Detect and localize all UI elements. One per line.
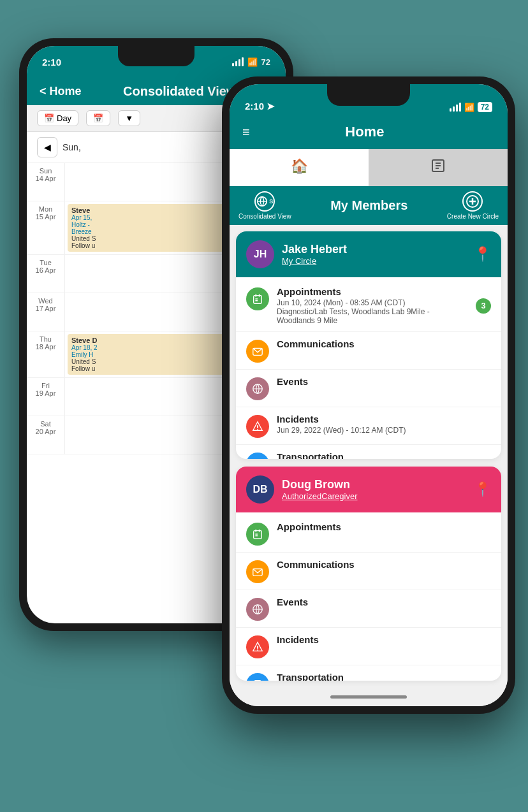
jake-role[interactable]: My Circle: [282, 256, 474, 266]
doug-transportation-item[interactable]: Transportation: [236, 665, 501, 681]
tab-home[interactable]: 🏠: [230, 149, 369, 186]
calendar-icon: 📅: [93, 113, 103, 123]
back-battery: 72: [261, 57, 270, 67]
jake-communications-item[interactable]: Communications: [236, 332, 501, 370]
doug-communications-title: Communications: [277, 559, 491, 570]
jake-events-title: Events: [277, 376, 491, 387]
back-status-right: 📶 72: [232, 57, 270, 67]
consolidated-view-label: Consolidated View: [238, 213, 291, 220]
doug-events-title: Events: [277, 597, 491, 607]
front-header-title: Home: [250, 124, 480, 140]
back-time: 2:10: [42, 57, 61, 68]
consolidated-view-icon: S: [254, 191, 275, 212]
my-members-title: My Members: [291, 198, 447, 213]
nav-date-label: Sun,: [62, 142, 81, 152]
back-phone-notch: [118, 46, 194, 66]
doug-avatar: DB: [246, 475, 274, 504]
calendar-button[interactable]: 📅: [86, 110, 110, 126]
front-tabs: 🏠: [230, 149, 508, 186]
jake-incidents-icon: [246, 415, 269, 438]
row-label-mon: Mon15 Apr: [27, 201, 65, 254]
jake-appointments-content: Appointments Jun 10, 2024 (Mon) - 08:35 …: [277, 286, 476, 325]
jake-transportation-icon: [246, 453, 269, 459]
front-battery: 72: [478, 102, 492, 112]
front-status-right: 📶 72: [450, 102, 492, 112]
svg-point-19: [257, 429, 258, 430]
jake-incidents-title: Incidents: [277, 414, 491, 424]
create-new-circle-button[interactable]: Create New Circle: [447, 191, 499, 220]
doug-header[interactable]: DB Doug Brown AuthorizedCaregiver 📍: [236, 467, 501, 512]
jake-appointments-badge: 3: [476, 298, 491, 314]
front-phone: 2:10 ➤ 📶 72 ≡ Hom: [222, 76, 515, 714]
jake-incidents-item[interactable]: Incidents Jun 29, 2022 (Wed) - 10:12 AM …: [236, 407, 501, 445]
doug-role[interactable]: AuthorizedCaregiver: [282, 491, 474, 501]
jake-items: Appointments Jun 10, 2024 (Mon) - 08:35 …: [236, 277, 501, 459]
doug-location-icon[interactable]: 📍: [474, 481, 491, 498]
doug-communications-icon: [246, 560, 269, 583]
consolidated-view-button[interactable]: S Consolidated View: [238, 191, 291, 220]
jake-appointments-item[interactable]: Appointments Jun 10, 2024 (Mon) - 08:35 …: [236, 280, 501, 332]
jake-events-item[interactable]: Events: [236, 370, 501, 407]
day-label: Day: [57, 113, 71, 123]
jake-transportation-item[interactable]: Transportation: [236, 445, 501, 459]
front-header: ≡ Home: [230, 117, 508, 149]
front-time: 2:10 ➤: [245, 101, 275, 112]
doug-appointments-icon: [246, 523, 269, 546]
jake-events-icon: [246, 377, 269, 400]
doug-name: Doug Brown: [282, 478, 474, 491]
row-label-fri: Fri19 Apr: [27, 378, 65, 416]
row-label-sun: Sun14 Apr: [27, 163, 65, 201]
row-label-thu: Thu18 Apr: [27, 331, 65, 377]
profile-icon: [430, 161, 446, 177]
jake-info: Jake Hebert My Circle: [282, 243, 474, 266]
home-indicator: [230, 687, 508, 706]
jake-communications-title: Communications: [277, 338, 491, 349]
menu-icon[interactable]: ≡: [242, 125, 250, 140]
doug-events-item[interactable]: Events: [236, 590, 501, 628]
tab-profile[interactable]: [369, 149, 508, 186]
doug-transportation-icon: [246, 673, 269, 681]
home-icon: 🏠: [291, 158, 308, 174]
doug-incidents-icon: [246, 635, 269, 658]
back-wifi-icon: 📶: [247, 57, 258, 67]
doug-transportation-title: Transportation: [277, 672, 491, 681]
jake-transportation-title: Transportation: [277, 451, 491, 459]
svg-point-33: [257, 649, 258, 651]
prev-arrow-button[interactable]: ◀: [37, 137, 57, 157]
row-label-tue: Tue16 Apr: [27, 255, 65, 293]
back-signal: [232, 57, 244, 66]
jake-avatar: JH: [246, 240, 274, 268]
doug-appointments-item[interactable]: Appointments: [236, 515, 501, 553]
create-circle-label: Create New Circle: [447, 213, 499, 220]
front-phone-screen: 2:10 ➤ 📶 72 ≡ Hom: [230, 84, 508, 706]
jake-appointments-detail: Jun 10, 2024 (Mon) - 08:35 AM (CDT)Diagn…: [277, 298, 476, 325]
jake-appointments-icon: [246, 287, 269, 310]
doug-items: Appointments: [236, 512, 501, 681]
home-bar: [330, 695, 407, 699]
front-wifi-icon: 📶: [464, 103, 474, 112]
doug-incidents-item[interactable]: Incidents: [236, 628, 501, 665]
jake-incidents-detail: Jun 29, 2022 (Wed) - 10:12 AM (CDT): [277, 426, 491, 435]
members-scroll: JH Jake Hebert My Circle 📍: [230, 225, 508, 687]
jake-appointments-title: Appointments: [277, 286, 476, 297]
doug-events-icon: [246, 598, 269, 621]
create-circle-icon: [462, 191, 483, 212]
jake-communications-icon: [246, 340, 269, 363]
svg-rect-9: [254, 296, 262, 304]
row-label-sat: Sat20 Apr: [27, 416, 65, 454]
day-view-button[interactable]: 📅 Day: [37, 110, 78, 126]
jake-header[interactable]: JH Jake Hebert My Circle 📍: [236, 231, 501, 277]
jake-location-icon[interactable]: 📍: [474, 246, 491, 263]
back-phone-back-button[interactable]: < Home: [40, 85, 82, 98]
calendar-day-icon: 📅: [44, 113, 54, 123]
filter-button[interactable]: ▼: [118, 110, 140, 126]
svg-rect-23: [254, 530, 262, 539]
doug-communications-item[interactable]: Communications: [236, 553, 501, 590]
filter-icon: ▼: [125, 113, 133, 123]
doug-info: Doug Brown AuthorizedCaregiver: [282, 478, 474, 501]
jake-name: Jake Hebert: [282, 243, 474, 256]
front-phone-notch: [327, 84, 410, 106]
sub-header: S Consolidated View My Members Create Ne…: [230, 186, 508, 225]
member-card-doug: DB Doug Brown AuthorizedCaregiver 📍: [236, 467, 501, 681]
front-signal-icon: [450, 103, 461, 112]
